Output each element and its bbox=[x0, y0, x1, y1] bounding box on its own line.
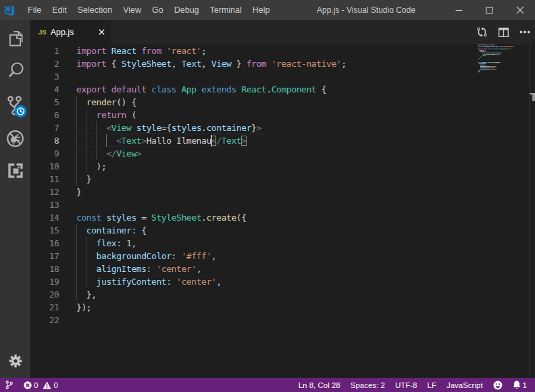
js-file-icon: JS bbox=[39, 28, 47, 36]
code-line-9[interactable]: </View> bbox=[76, 147, 141, 160]
git-branch-item[interactable] bbox=[5, 378, 13, 392]
vscode-window: FileEditSelectionViewGoDebugTerminalHelp… bbox=[0, 0, 535, 392]
manage-button[interactable] bbox=[0, 354, 30, 368]
line-number: 13 bbox=[30, 198, 59, 211]
menu-terminal[interactable]: Terminal bbox=[205, 0, 247, 20]
line-number: 4 bbox=[30, 83, 59, 96]
open-changes-button[interactable] bbox=[473, 20, 490, 44]
minimize-button[interactable] bbox=[444, 0, 474, 20]
line-number: 2 bbox=[30, 57, 59, 70]
explorer-icon bbox=[7, 30, 24, 47]
notification-count: 1 bbox=[523, 381, 527, 389]
code-line-7[interactable]: <View style={styles.container}> bbox=[76, 121, 261, 134]
code-line-1[interactable]: import React from 'react'; bbox=[76, 45, 206, 57]
extensions-icon bbox=[6, 161, 25, 180]
line-number: 8 bbox=[30, 134, 59, 147]
code-line-18[interactable]: alignItems: 'center', bbox=[76, 262, 201, 275]
menu-edit[interactable]: Edit bbox=[47, 0, 72, 20]
line-number: 5 bbox=[30, 96, 59, 109]
line-number: 7 bbox=[30, 121, 59, 134]
code-line-6[interactable]: return ( bbox=[76, 109, 136, 121]
minimize-icon bbox=[455, 7, 463, 14]
tab-close-button[interactable] bbox=[96, 26, 107, 38]
line-number: 20 bbox=[30, 288, 59, 301]
split-editor-icon bbox=[499, 28, 509, 37]
tab-appjs[interactable]: JS App.js bbox=[30, 20, 111, 44]
line-number: 19 bbox=[30, 275, 59, 288]
tab-label: App.js bbox=[51, 28, 74, 37]
close-icon bbox=[99, 29, 105, 35]
code-line-11[interactable]: } bbox=[76, 173, 91, 186]
cursor-position[interactable]: Ln 8, Col 28 bbox=[299, 378, 340, 392]
feedback-item[interactable] bbox=[493, 378, 503, 392]
tab-bar: JS App.js bbox=[30, 20, 535, 44]
line-number: 6 bbox=[30, 109, 59, 121]
code-line-20[interactable]: }, bbox=[76, 288, 97, 301]
close-window-button[interactable] bbox=[505, 0, 535, 20]
menu-go[interactable]: Go bbox=[147, 0, 169, 20]
window-controls bbox=[444, 0, 535, 20]
encoding[interactable]: UTF-8 bbox=[395, 378, 417, 392]
debug-icon bbox=[6, 130, 24, 148]
line-number: 9 bbox=[30, 147, 59, 160]
split-editor-button[interactable] bbox=[494, 20, 512, 44]
menu-selection[interactable]: Selection bbox=[72, 0, 118, 20]
code-line-17[interactable]: backgroundColor: '#fff', bbox=[76, 250, 216, 262]
line-number: 15 bbox=[30, 224, 59, 237]
sidebar-item-search[interactable] bbox=[0, 61, 30, 80]
error-count: 0 bbox=[34, 381, 38, 389]
line-number: 11 bbox=[30, 173, 59, 186]
line-number: 18 bbox=[30, 262, 59, 275]
menu-help[interactable]: Help bbox=[247, 0, 276, 20]
maximize-icon bbox=[486, 7, 493, 14]
minimap[interactable] bbox=[478, 44, 530, 378]
code-line-10[interactable]: ); bbox=[76, 160, 106, 173]
code-line-4[interactable]: export default class App extends React.C… bbox=[76, 83, 326, 96]
line-number: 12 bbox=[30, 186, 59, 198]
warnings-icon bbox=[43, 381, 51, 389]
activity-bar bbox=[0, 20, 30, 378]
title-bar: FileEditSelectionViewGoDebugTerminalHelp… bbox=[0, 0, 535, 20]
menu-view[interactable]: View bbox=[118, 0, 147, 20]
eol-sequence[interactable]: LF bbox=[427, 378, 436, 392]
menu-file[interactable]: File bbox=[22, 0, 47, 20]
bell-icon bbox=[513, 381, 521, 389]
language-mode[interactable]: JavaScript bbox=[447, 378, 483, 392]
code-line-14[interactable]: const styles = StyleSheet.create({ bbox=[76, 211, 247, 224]
source-control-icon bbox=[3, 94, 28, 119]
sidebar-item-source-control[interactable] bbox=[0, 94, 30, 119]
code-line-8[interactable]: <Text>Hallo Ilmenau</Text> bbox=[76, 134, 247, 147]
code-line-12[interactable]: } bbox=[76, 186, 81, 198]
status-bar: 0 0 Ln 8, Col 28 Spaces: 2 UTF-8 LF Java… bbox=[0, 378, 535, 392]
line-number: 14 bbox=[30, 211, 59, 224]
indentation[interactable]: Spaces: 2 bbox=[351, 378, 385, 392]
feedback-smiley-icon bbox=[493, 381, 503, 390]
line-number: 16 bbox=[30, 237, 59, 250]
code-line-2[interactable]: import { StyleSheet, Text, View } from '… bbox=[76, 57, 347, 70]
line-number: 22 bbox=[30, 314, 59, 327]
problems-item[interactable]: 0 0 bbox=[24, 378, 58, 392]
editor-actions bbox=[469, 20, 534, 44]
status-right: Ln 8, Col 28 Spaces: 2 UTF-8 LF JavaScri… bbox=[288, 378, 535, 392]
code-line-15[interactable]: container: { bbox=[76, 224, 147, 237]
menu-bar: FileEditSelectionViewGoDebugTerminalHelp bbox=[22, 0, 276, 20]
code-line-19[interactable]: justifyContent: 'center', bbox=[76, 275, 222, 288]
notifications-item[interactable]: 1 bbox=[513, 378, 527, 392]
line-number: 3 bbox=[30, 70, 59, 83]
sidebar-item-extensions[interactable] bbox=[0, 161, 30, 180]
code-line-5[interactable]: render() { bbox=[76, 96, 136, 109]
close-icon bbox=[516, 6, 524, 14]
errors-icon bbox=[24, 381, 32, 389]
code-line-16[interactable]: flex: 1, bbox=[76, 237, 136, 250]
window-title: App.js - Visual Studio Code bbox=[317, 0, 414, 20]
more-actions-button[interactable] bbox=[516, 20, 534, 44]
editor[interactable]: 12345678910111213141516171819202122 impo… bbox=[30, 44, 535, 378]
menu-debug[interactable]: Debug bbox=[169, 0, 205, 20]
sidebar-item-explorer[interactable] bbox=[0, 30, 30, 47]
maximize-button[interactable] bbox=[474, 0, 505, 20]
line-number: 21 bbox=[30, 301, 59, 314]
code-line-21[interactable]: }); bbox=[76, 301, 91, 314]
line-number: 10 bbox=[30, 160, 59, 173]
warning-count: 0 bbox=[53, 381, 57, 389]
sidebar-item-debug[interactable] bbox=[0, 130, 30, 148]
